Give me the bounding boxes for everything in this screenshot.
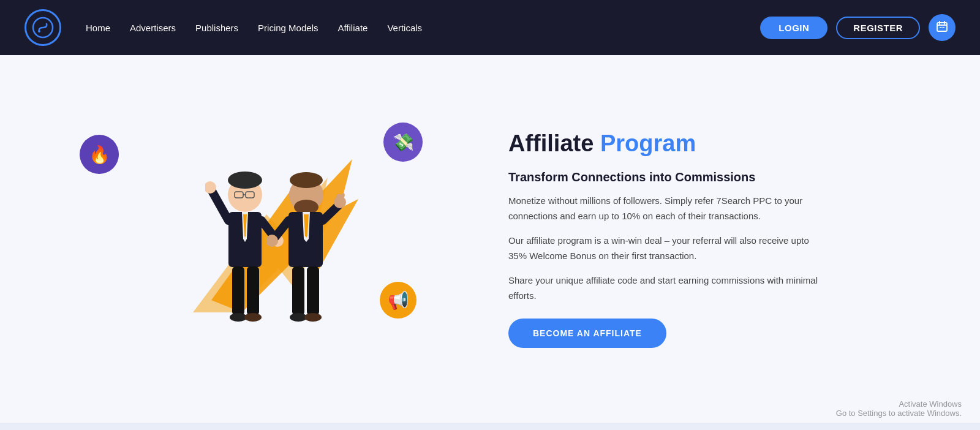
svg-rect-24 xyxy=(247,266,259,315)
logo-icon xyxy=(24,9,61,46)
calendar-button[interactable] xyxy=(929,14,956,41)
nav-pricing-models[interactable]: Pricing Models xyxy=(258,23,318,33)
hero-illustration: 🔥 💸 📢 xyxy=(49,110,472,368)
hero-content: Affiliate Program Transform Connections … xyxy=(472,130,931,348)
svg-point-29 xyxy=(290,172,323,188)
nav-links: Home Advertisers Publishers Pricing Mode… xyxy=(86,23,760,33)
svg-point-7 xyxy=(941,27,943,28)
svg-rect-37 xyxy=(292,266,304,315)
svg-point-6 xyxy=(940,27,941,28)
logo[interactable] xyxy=(24,9,61,46)
svg-point-40 xyxy=(304,313,322,322)
person-right xyxy=(266,172,346,345)
svg-rect-23 xyxy=(232,266,244,315)
hero-section: 🔥 💸 📢 xyxy=(0,55,980,423)
svg-point-26 xyxy=(244,313,262,322)
nav-advertisers[interactable]: Advertisers xyxy=(130,23,176,33)
hero-desc-1: Monetize without millions of followers. … xyxy=(508,193,827,224)
hero-title: Affiliate Program xyxy=(508,130,931,158)
nav-publishers[interactable]: Publishers xyxy=(195,23,238,33)
svg-line-35 xyxy=(323,205,339,221)
login-button[interactable]: LOGIN xyxy=(760,17,827,39)
nav-verticals[interactable]: Verticals xyxy=(387,23,422,33)
svg-point-39 xyxy=(290,313,307,322)
money-icon: 💸 xyxy=(393,132,414,153)
hero-desc-2: Our affiliate program is a win-win deal … xyxy=(508,233,827,264)
svg-point-8 xyxy=(943,27,944,28)
badge-fire: 🔥 xyxy=(80,135,119,174)
svg-line-19 xyxy=(211,190,228,221)
hero-title-black: Affiliate xyxy=(508,130,594,156)
navbar: Home Advertisers Publishers Pricing Mode… xyxy=(0,0,980,55)
svg-point-1 xyxy=(38,30,40,32)
badge-money: 💸 xyxy=(383,123,423,162)
hero-desc-3: Share your unique affiliate code and sta… xyxy=(508,273,827,304)
fire-icon: 🔥 xyxy=(89,145,110,165)
nav-home[interactable]: Home xyxy=(86,23,110,33)
footer-bar xyxy=(0,423,980,430)
nav-affiliate[interactable]: Affiliate xyxy=(337,23,368,33)
characters-area xyxy=(144,123,377,355)
svg-point-12 xyxy=(228,172,262,189)
badge-megaphone: 📢 xyxy=(380,282,417,319)
calendar-icon xyxy=(936,20,948,36)
hero-title-blue: Program xyxy=(600,130,696,156)
nav-actions: LOGIN REGISTER xyxy=(760,14,956,41)
svg-rect-38 xyxy=(307,266,319,315)
register-button[interactable]: REGISTER xyxy=(836,17,920,39)
hero-subtitle: Transform Connections into Commissions xyxy=(508,170,931,184)
svg-point-25 xyxy=(230,313,247,322)
megaphone-icon: 📢 xyxy=(388,290,409,311)
become-affiliate-button[interactable]: BECOME AN AFFILIATE xyxy=(508,319,666,348)
